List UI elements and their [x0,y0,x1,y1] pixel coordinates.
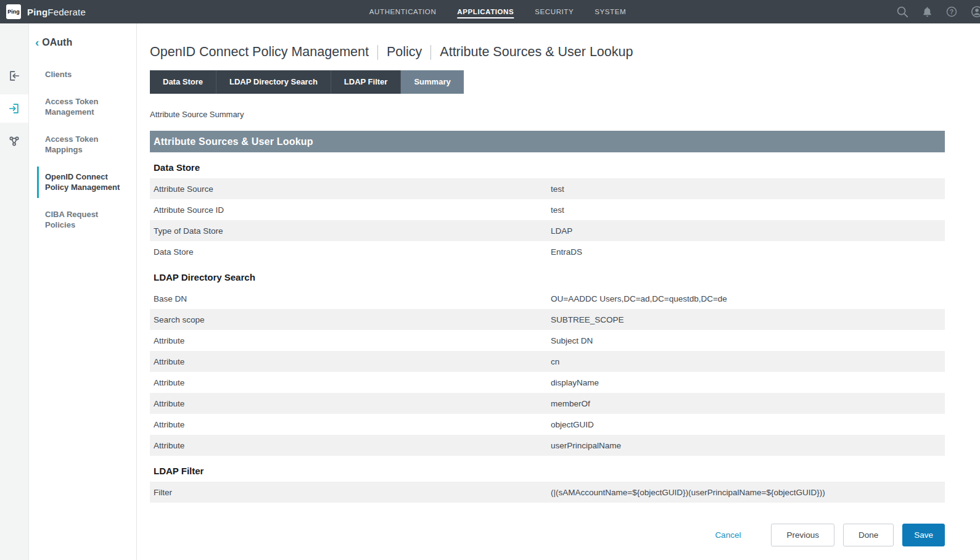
panel-title: Attribute Sources & User Lookup [150,131,945,152]
table-row: Base DNOU=AADDC Users,DC=ad,DC=questdb,D… [150,288,945,309]
row-label: Search scope [150,315,551,324]
row-label: Attribute [150,399,551,408]
row-label: Attribute Source [150,184,551,194]
sidebar-nav: ClientsAccess Token ManagementAccess Tok… [29,64,136,236]
breadcrumb-separator [377,45,378,60]
table-row: Attributecn [150,351,945,372]
svg-text:?: ? [950,9,953,15]
main-content: OpenID Connect Policy ManagementPolicyAt… [137,23,980,560]
row-value: OU=AADDC Users,DC=ad,DC=questdb,DC=de [551,294,945,303]
row-label: Attribute [150,357,551,366]
row-value: EntraDS [551,247,945,257]
nav-item-authentication[interactable]: AUTHENTICATION [369,6,437,19]
table-row: AttributeSubject DN [150,330,945,351]
section-heading: LDAP Directory Search [154,272,945,282]
sidebar: OAuth ClientsAccess Token ManagementAcce… [29,23,137,560]
sidebar-item-ciba-request-policies[interactable]: CIBA Request Policies [37,204,136,236]
sidebar-item-access-token-management[interactable]: Access Token Management [37,91,136,123]
tabs: Data StoreLDAP Directory SearchLDAP Filt… [150,70,945,94]
row-value: LDAP [551,226,945,236]
row-value: cn [551,357,945,366]
back-label: OAuth [42,37,72,48]
table-row: AttributedisplayName [150,372,945,393]
section-heading: Data Store [154,162,945,173]
summary-label: Attribute Source Summary [150,110,945,119]
section-heading: LDAP Filter [154,466,945,476]
cancel-link[interactable]: Cancel [715,530,741,540]
breadcrumb: OpenID Connect Policy ManagementPolicyAt… [150,44,945,60]
pingidentity-logo: Ping [6,4,21,19]
row-value: memberOf [551,399,945,408]
table-row: Type of Data StoreLDAP [150,220,945,241]
page-layout: OAuth ClientsAccess Token ManagementAcce… [0,23,980,560]
nav-item-system[interactable]: SYSTEM [595,6,626,19]
search-icon[interactable] [896,5,909,19]
breadcrumb-segment: OpenID Connect Policy Management [150,44,369,60]
table-row: Search scopeSUBTREE_SCOPE [150,309,945,330]
authentication-module-icon[interactable] [0,62,28,90]
row-value: (|(sAMAccountName=${objectGUID})(userPri… [551,488,945,497]
save-button[interactable]: Save [902,524,945,546]
row-label: Filter [150,488,551,497]
row-label: Base DN [150,294,551,303]
row-value: objectGUID [551,420,945,429]
back-chevron-icon [35,38,39,47]
sidebar-item-openid-connect-policy-management[interactable]: OpenID Connect Policy Management [37,167,136,198]
row-value: test [551,184,945,194]
row-label: Type of Data Store [150,226,551,236]
module-icon-strip [0,23,29,560]
sidebar-item-clients[interactable]: Clients [37,64,136,85]
row-value: displayName [551,378,945,387]
table-row: Data StoreEntraDS [150,241,945,262]
breadcrumb-separator [430,45,431,60]
tab-summary[interactable]: Summary [401,70,463,94]
done-button[interactable]: Done [843,524,894,546]
brand-title: PingFederate [27,7,86,17]
tab-ldap-directory-search[interactable]: LDAP Directory Search [216,70,331,94]
topbar-nav: AUTHENTICATIONAPPLICATIONSSECURITYSYSTEM [369,0,626,23]
breadcrumb-segment: Policy [387,44,422,60]
row-value: test [551,205,945,215]
table-row: Attribute Source IDtest [150,199,945,220]
back-to-oauth[interactable]: OAuth [29,37,136,64]
table-row: AttributememberOf [150,393,945,414]
brand-light: Federate [47,7,86,17]
brand-strong: Ping [27,7,47,17]
user-account-icon[interactable] [970,5,980,19]
tab-data-store[interactable]: Data Store [150,70,216,94]
nav-item-applications[interactable]: APPLICATIONS [457,6,514,19]
row-label: Attribute [150,441,551,450]
row-value: SUBTREE_SCOPE [551,315,945,324]
table-row: AttributeuserPrincipalName [150,435,945,456]
notifications-bell-icon[interactable] [921,6,933,18]
footer-actions: Cancel Previous Done Save [150,524,945,546]
table-row: Filter(|(sAMAccountName=${objectGUID})(u… [150,482,945,503]
row-label: Data Store [150,247,551,257]
sidebar-item-access-token-mappings[interactable]: Access Token Mappings [37,129,136,160]
row-value: Subject DN [551,336,945,345]
row-label: Attribute [150,378,551,387]
table-row: AttributeobjectGUID [150,414,945,435]
connections-module-icon[interactable] [0,127,28,155]
topbar-icons: ? [896,5,976,19]
tab-ldap-filter[interactable]: LDAP Filter [331,70,401,94]
topbar: Ping PingFederate AUTHENTICATIONAPPLICAT… [0,0,980,23]
row-label: Attribute [150,420,551,429]
previous-button[interactable]: Previous [771,524,834,546]
breadcrumb-segment: Attribute Sources & User Lookup [440,44,633,60]
nav-item-security[interactable]: SECURITY [535,6,574,19]
row-value: userPrincipalName [551,441,945,450]
row-label: Attribute Source ID [150,205,551,215]
summary-table: Data StoreAttribute SourcetestAttribute … [150,162,945,503]
table-row: Attribute Sourcetest [150,178,945,199]
help-icon[interactable]: ? [945,6,958,18]
oauth-module-icon[interactable] [0,94,28,123]
row-label: Attribute [150,336,551,345]
